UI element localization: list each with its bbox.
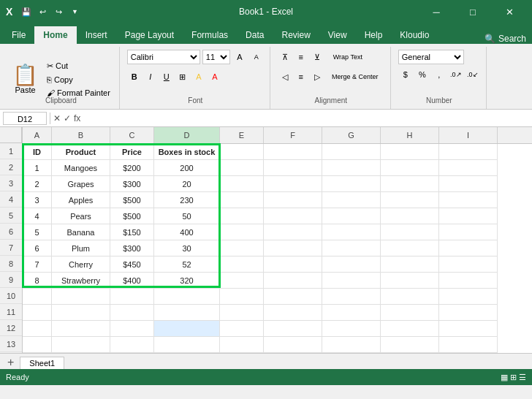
cell-a3[interactable]: 2 [23, 176, 52, 192]
copy-button[interactable]: ⎘ Copy [44, 74, 113, 86]
align-left-button[interactable]: ◁ [278, 69, 292, 84]
cell-b12[interactable] [52, 321, 110, 337]
cell-a11[interactable] [23, 305, 52, 321]
cell-e13[interactable] [220, 337, 264, 353]
cell-b10[interactable] [52, 289, 110, 305]
cell-d9[interactable]: 320 [154, 273, 220, 289]
align-center-button[interactable]: ≡ [294, 69, 308, 84]
row-num-11[interactable]: 11 [0, 304, 22, 320]
underline-button[interactable]: U [159, 69, 174, 84]
col-header-b[interactable]: B [52, 127, 110, 143]
row-num-10[interactable]: 10 [0, 288, 22, 304]
cell-h7[interactable] [381, 240, 439, 256]
row-num-7[interactable]: 7 [0, 240, 22, 256]
font-name-select[interactable]: Calibri [127, 50, 200, 64]
cell-b8[interactable]: Cherry [52, 256, 110, 273]
cell-a13[interactable] [23, 337, 52, 353]
comma-button[interactable]: , [432, 67, 446, 82]
cell-c4[interactable]: $500 [110, 192, 154, 208]
cell-c11[interactable] [110, 305, 154, 321]
new-sheet-button[interactable]: + [3, 356, 18, 369]
cell-e11[interactable] [220, 305, 264, 321]
font-grow-button[interactable]: A [232, 50, 247, 64]
cell-h2[interactable] [381, 160, 439, 176]
tab-insert[interactable]: Insert [77, 26, 116, 44]
font-size-select[interactable]: 11 [202, 50, 230, 64]
redo-icon[interactable]: ↪ [52, 5, 65, 18]
cell-h5[interactable] [381, 208, 439, 224]
formula-cross-icon[interactable]: ✕ [53, 113, 61, 123]
number-format-select[interactable]: General [398, 50, 464, 64]
align-top-button[interactable]: ⊼ [278, 50, 292, 64]
cell-h6[interactable] [381, 224, 439, 240]
cell-g11[interactable] [322, 305, 381, 321]
cell-f12[interactable] [264, 321, 322, 337]
cell-b4[interactable]: Apples [52, 192, 110, 208]
row-num-9[interactable]: 9 [0, 272, 22, 288]
view-controls[interactable]: ▦ ⊞ ☰ [501, 373, 526, 382]
cell-reference-box[interactable]: D12 [3, 112, 47, 125]
cell-a2[interactable]: 1 [23, 160, 52, 176]
currency-button[interactable]: $ [398, 67, 413, 82]
cell-f4[interactable] [264, 192, 322, 208]
cell-i11[interactable] [439, 305, 498, 321]
percent-button[interactable]: % [415, 67, 430, 82]
row-num-8[interactable]: 8 [0, 256, 22, 272]
cell-h3[interactable] [381, 176, 439, 192]
align-bottom-button[interactable]: ⊻ [310, 50, 324, 64]
cell-g10[interactable] [322, 289, 381, 305]
cell-c1[interactable]: Price [110, 144, 154, 160]
italic-button[interactable]: I [143, 69, 158, 84]
cell-e5[interactable] [220, 208, 264, 224]
cell-e12[interactable] [220, 321, 264, 337]
cell-i1[interactable] [439, 144, 498, 160]
cell-d5[interactable]: 50 [154, 208, 220, 224]
minimize-button[interactable]: ─ [419, 4, 453, 20]
cell-b1[interactable]: Product [52, 144, 110, 160]
cell-i5[interactable] [439, 208, 498, 224]
cell-c10[interactable] [110, 289, 154, 305]
cell-h13[interactable] [381, 337, 439, 353]
row-num-12[interactable]: 12 [0, 320, 22, 336]
cell-h1[interactable] [381, 144, 439, 160]
cell-e7[interactable] [220, 240, 264, 256]
cell-a5[interactable]: 4 [23, 208, 52, 224]
cell-a12[interactable] [23, 321, 52, 337]
row-num-6[interactable]: 6 [0, 224, 22, 240]
tab-file[interactable]: File [3, 26, 34, 44]
cell-a9[interactable]: 8 [23, 273, 52, 289]
cell-a1[interactable]: ID [23, 144, 52, 160]
cell-c5[interactable]: $500 [110, 208, 154, 224]
cell-d13[interactable] [154, 337, 220, 353]
cell-e10[interactable] [220, 289, 264, 305]
cell-e1[interactable] [220, 144, 264, 160]
row-num-4[interactable]: 4 [0, 191, 22, 208]
cell-c12[interactable] [110, 321, 154, 337]
close-button[interactable]: ✕ [493, 4, 526, 20]
cell-d12[interactable] [154, 321, 220, 337]
cell-h11[interactable] [381, 305, 439, 321]
tab-formulas[interactable]: Formulas [183, 26, 237, 44]
cell-h8[interactable] [381, 256, 439, 273]
cell-h10[interactable] [381, 289, 439, 305]
cell-c8[interactable]: $450 [110, 256, 154, 273]
cell-d3[interactable]: 20 [154, 176, 220, 192]
cell-d4[interactable]: 230 [154, 192, 220, 208]
row-num-5[interactable]: 5 [0, 208, 22, 224]
cell-i9[interactable] [439, 273, 498, 289]
cell-c9[interactable]: $400 [110, 273, 154, 289]
cell-g12[interactable] [322, 321, 381, 337]
font-shrink-button[interactable]: A [249, 50, 264, 64]
cell-h12[interactable] [381, 321, 439, 337]
cell-f9[interactable] [264, 273, 322, 289]
cell-i6[interactable] [439, 224, 498, 240]
cell-i10[interactable] [439, 289, 498, 305]
cell-i12[interactable] [439, 321, 498, 337]
cell-f6[interactable] [264, 224, 322, 240]
cell-f11[interactable] [264, 305, 322, 321]
fill-color-button[interactable]: A [191, 69, 206, 84]
cell-g13[interactable] [322, 337, 381, 353]
cell-f7[interactable] [264, 240, 322, 256]
cell-b5[interactable]: Pears [52, 208, 110, 224]
cell-b9[interactable]: Strawberry [52, 273, 110, 289]
